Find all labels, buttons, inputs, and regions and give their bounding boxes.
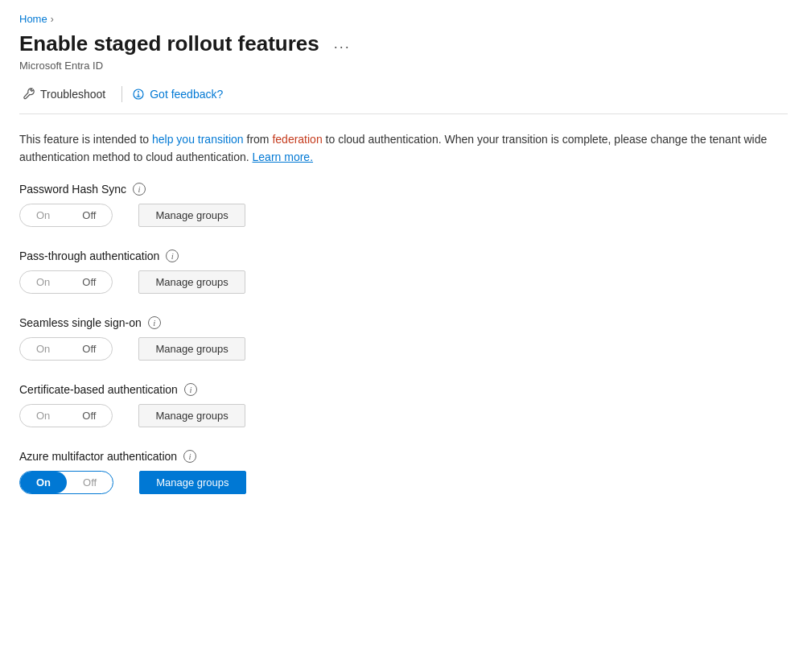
info-icon-pass-through-auth[interactable]: i [166, 249, 179, 262]
page-title: Enable staged rollout features [19, 31, 319, 56]
toggle-azure-mfa[interactable]: On Off [19, 471, 113, 494]
more-options-button[interactable]: ... [329, 34, 356, 54]
manage-groups-button-azure-mfa[interactable]: Manage groups [139, 471, 245, 494]
manage-groups-button-password-hash-sync[interactable]: Manage groups [138, 204, 245, 227]
feature-label-pass-through-auth: Pass-through authentication [19, 249, 159, 262]
info-icon-password-hash-sync[interactable]: i [133, 183, 146, 196]
feature-row-seamless-sso: Seamless single sign-on i On Off Manage … [19, 316, 788, 361]
features-container: Password Hash Sync i On Off Manage group… [19, 183, 788, 494]
feature-label-row: Azure multifactor authentication i [19, 450, 788, 463]
toolbar-divider [121, 86, 122, 102]
toggle-off-label[interactable]: Off [66, 405, 112, 427]
feature-label-row: Password Hash Sync i [19, 183, 788, 196]
toggle-on-label[interactable]: On [20, 405, 66, 427]
toggle-on-label[interactable]: On [20, 204, 66, 226]
toggle-cert-based-auth[interactable]: On Off [19, 404, 113, 427]
feature-label-seamless-sso: Seamless single sign-on [19, 316, 142, 329]
feature-row-cert-based-auth: Certificate-based authentication i On Of… [19, 383, 788, 427]
manage-groups-button-cert-based-auth[interactable]: Manage groups [138, 404, 245, 427]
toggle-off-label[interactable]: Off [66, 271, 112, 293]
feature-label-row: Certificate-based authentication i [19, 383, 788, 396]
breadcrumb: Home › [19, 13, 788, 25]
page-title-row: Enable staged rollout features ... [19, 31, 788, 56]
toolbar: Troubleshoot Got feedback? [19, 85, 788, 114]
toggle-seamless-sso[interactable]: On Off [19, 337, 113, 361]
toggle-on-label[interactable]: On [20, 271, 66, 293]
breadcrumb-chevron: › [51, 14, 54, 25]
info-text-transition: help you transition [152, 133, 244, 146]
page-subtitle: Microsoft Entra ID [19, 60, 788, 72]
page-header: Enable staged rollout features ... Micro… [19, 31, 788, 72]
feedback-label: Got feedback? [150, 88, 223, 101]
info-text-1: This feature is intended to [19, 133, 152, 146]
svg-point-1 [138, 91, 139, 93]
feature-row-password-hash-sync: Password Hash Sync i On Off Manage group… [19, 183, 788, 227]
toggle-pass-through-auth[interactable]: On Off [19, 270, 113, 294]
toggle-on-label[interactable]: On [20, 338, 66, 360]
feedback-icon [132, 88, 145, 101]
page-container: Home › Enable staged rollout features ..… [0, 0, 807, 530]
feature-label-password-hash-sync: Password Hash Sync [19, 183, 126, 196]
feature-controls-cert-based-auth: On Off Manage groups [19, 404, 788, 427]
learn-more-link[interactable]: Learn more. [253, 150, 313, 163]
toggle-off-label[interactable]: Off [66, 204, 112, 226]
feature-controls-password-hash-sync: On Off Manage groups [19, 204, 788, 227]
toggle-off-label[interactable]: Off [67, 472, 113, 493]
feature-controls-azure-mfa: On Off Manage groups [19, 471, 788, 494]
manage-groups-button-seamless-sso[interactable]: Manage groups [138, 337, 245, 361]
info-icon-azure-mfa[interactable]: i [183, 450, 196, 463]
info-icon-cert-based-auth[interactable]: i [184, 383, 197, 396]
troubleshoot-label: Troubleshoot [40, 88, 105, 101]
feature-controls-seamless-sso: On Off Manage groups [19, 337, 788, 361]
breadcrumb-home[interactable]: Home [19, 13, 47, 25]
feedback-button[interactable]: Got feedback? [129, 85, 226, 104]
wrench-icon [23, 88, 35, 101]
toggle-off-label[interactable]: Off [66, 338, 112, 360]
feature-label-row: Pass-through authentication i [19, 249, 788, 262]
feature-label-azure-mfa: Azure multifactor authentication [19, 450, 177, 463]
feature-row-pass-through-auth: Pass-through authentication i On Off Man… [19, 249, 788, 294]
feature-controls-pass-through-auth: On Off Manage groups [19, 270, 788, 294]
troubleshoot-button[interactable]: Troubleshoot [19, 85, 115, 104]
feature-label-cert-based-auth: Certificate-based authentication [19, 383, 178, 396]
feature-label-row: Seamless single sign-on i [19, 316, 788, 329]
feature-row-azure-mfa: Azure multifactor authentication i On Of… [19, 450, 788, 494]
manage-groups-button-pass-through-auth[interactable]: Manage groups [138, 270, 245, 294]
toggle-password-hash-sync[interactable]: On Off [19, 204, 113, 227]
toggle-on-label[interactable]: On [20, 472, 67, 493]
info-text-2: from [244, 133, 273, 146]
info-text-from: federation [272, 133, 322, 146]
info-icon-seamless-sso[interactable]: i [148, 316, 161, 329]
info-banner: This feature is intended to help you tra… [19, 130, 788, 167]
